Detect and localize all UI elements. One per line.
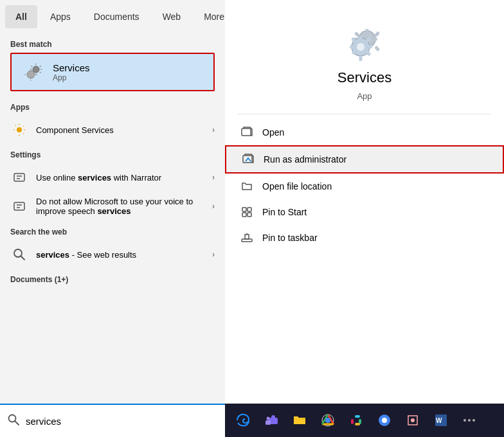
svg-line-10 xyxy=(21,256,25,260)
narrator-text: Use online services with Narrator xyxy=(36,173,204,183)
edge-icon[interactable] xyxy=(230,407,256,433)
svg-point-58 xyxy=(468,419,471,422)
best-match-text: Services App xyxy=(53,62,90,82)
teams-icon[interactable] xyxy=(258,407,284,433)
tabs-bar: All Apps Documents Web More xyxy=(0,0,225,33)
speech-item[interactable]: Do not allow Microsoft to use your voice… xyxy=(0,192,225,221)
results-panel: Best match xyxy=(0,33,225,404)
svg-rect-14 xyxy=(366,29,369,34)
svg-rect-36 xyxy=(242,213,246,217)
open-icon xyxy=(240,126,253,139)
detail-subtitle: App xyxy=(357,91,372,101)
run-as-admin-label: Run as administrator xyxy=(264,154,346,165)
svg-rect-23 xyxy=(359,36,363,41)
more-apps-icon[interactable] xyxy=(456,407,482,433)
svg-point-41 xyxy=(271,415,275,419)
svg-point-2 xyxy=(17,127,22,132)
detail-header: Services App xyxy=(225,0,504,114)
svg-rect-32 xyxy=(242,129,251,136)
pin-to-start-icon xyxy=(240,206,253,219)
documents-section-label: Documents (1+) xyxy=(0,269,225,288)
chrome-icon-2[interactable] xyxy=(372,407,397,433)
svg-point-52 xyxy=(382,418,387,423)
settings-section-label: Settings xyxy=(0,144,225,163)
svg-text:W: W xyxy=(436,417,442,424)
web-search-item[interactable]: services - See web results › xyxy=(0,240,225,269)
chrome-icon[interactable] xyxy=(315,407,341,433)
svg-rect-25 xyxy=(350,46,355,49)
component-services-text: Component Services xyxy=(36,125,204,135)
svg-rect-24 xyxy=(359,56,363,61)
search-icon xyxy=(8,414,19,428)
detail-panel: Services App Open Run as ad xyxy=(225,0,504,437)
svg-rect-6 xyxy=(14,202,24,210)
tab-apps[interactable]: Apps xyxy=(40,5,81,28)
svg-rect-26 xyxy=(367,46,372,49)
open-file-location-icon xyxy=(240,180,253,193)
word-icon[interactable]: W xyxy=(428,407,454,433)
pin-to-taskbar-action[interactable]: Pin to taskbar xyxy=(225,225,504,251)
pin-to-taskbar-label: Pin to taskbar xyxy=(262,233,318,243)
svg-line-12 xyxy=(15,421,19,425)
svg-rect-47 xyxy=(351,419,354,424)
narrator-icon xyxy=(10,168,28,186)
svg-rect-34 xyxy=(242,208,246,211)
chevron-icon: › xyxy=(212,173,215,182)
pin-to-start-label: Pin to Start xyxy=(262,207,307,217)
svg-point-1 xyxy=(27,71,35,78)
component-services-item[interactable]: Component Services › xyxy=(0,116,225,144)
svg-rect-37 xyxy=(248,213,251,217)
search-input[interactable] xyxy=(26,416,217,427)
svg-rect-43 xyxy=(266,420,271,425)
svg-point-31 xyxy=(357,43,364,51)
component-services-icon xyxy=(10,121,28,139)
open-file-location-action[interactable]: Open file location xyxy=(225,174,504,199)
svg-rect-19 xyxy=(374,46,380,51)
chevron-icon-2: › xyxy=(212,202,215,211)
detail-icon xyxy=(342,19,387,64)
open-file-location-label: Open file location xyxy=(262,181,332,192)
action-list: Open Run as administrator Open file loca… xyxy=(225,114,504,256)
best-match-subtitle: App xyxy=(53,73,90,82)
svg-rect-50 xyxy=(355,423,360,425)
svg-rect-35 xyxy=(248,208,251,211)
chevron-icon: › xyxy=(212,125,215,134)
search-bar[interactable] xyxy=(0,404,225,437)
tab-documents[interactable]: Documents xyxy=(84,5,150,28)
apps-section-label: Apps xyxy=(0,96,225,116)
slack-icon[interactable] xyxy=(343,407,369,433)
svg-point-46 xyxy=(325,418,330,423)
narrator-item[interactable]: Use online services with Narrator › xyxy=(0,163,225,192)
run-as-admin-action[interactable]: Run as administrator xyxy=(225,145,504,174)
web-section-label: Search the web xyxy=(0,221,225,240)
best-match-title: Services xyxy=(53,62,90,73)
taskbar: W xyxy=(225,404,504,437)
best-match-item[interactable]: Services App xyxy=(10,53,215,91)
run-as-admin-icon xyxy=(242,153,255,166)
file-explorer-icon[interactable] xyxy=(287,407,312,433)
app-icon[interactable] xyxy=(400,407,426,433)
search-web-icon xyxy=(10,245,28,263)
open-label: Open xyxy=(262,127,284,138)
svg-rect-3 xyxy=(14,174,24,181)
svg-point-57 xyxy=(464,419,466,422)
detail-title: Services xyxy=(338,69,392,86)
speech-text: Do not allow Microsoft to use your voice… xyxy=(36,197,204,216)
svg-point-42 xyxy=(267,417,270,420)
svg-rect-17 xyxy=(372,38,377,41)
tab-web[interactable]: Web xyxy=(152,5,192,28)
services-icon xyxy=(22,60,45,84)
search-panel: All Apps Documents Web More Best match xyxy=(0,0,225,437)
web-search-text: services - See web results xyxy=(36,250,204,260)
open-action[interactable]: Open xyxy=(225,120,504,145)
svg-point-59 xyxy=(473,419,475,422)
pin-to-taskbar-icon xyxy=(240,231,253,244)
svg-rect-48 xyxy=(355,415,360,418)
chevron-icon-3: › xyxy=(212,250,215,259)
tab-all[interactable]: All xyxy=(5,5,37,28)
speech-icon xyxy=(10,197,28,215)
svg-point-53 xyxy=(411,418,415,422)
best-match-label: Best match xyxy=(0,33,225,53)
pin-to-start-action[interactable]: Pin to Start xyxy=(225,199,504,225)
